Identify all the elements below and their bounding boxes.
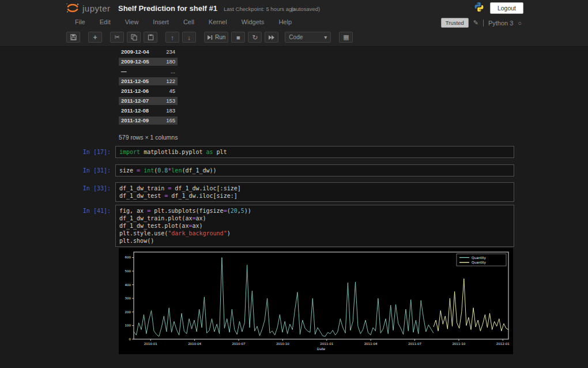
code-token: df_1_dw_train — [119, 185, 168, 191]
kernel-idle-icon: ○ — [518, 20, 522, 27]
code-token: df_1_dw.iloc[size:] — [171, 193, 237, 199]
svg-text:2010-04: 2010-04 — [188, 342, 201, 346]
table-cell-value: 234 — [166, 48, 175, 56]
table-cell-value: 183 — [166, 107, 175, 115]
stop-icon: ■ — [236, 34, 240, 41]
code-token: plt.show() — [119, 238, 154, 244]
code-input[interactable]: size = int(0.8*len(df_1_dw)) — [115, 164, 514, 177]
svg-text:2010-01: 2010-01 — [144, 342, 157, 346]
scissors-icon: ✂ — [114, 33, 119, 41]
menu-kernel[interactable]: Kernel — [209, 18, 227, 25]
cell-type-select[interactable]: Code ▾ — [285, 32, 331, 43]
figure-svg: 01002003004005006002010-012010-042010-07… — [119, 248, 513, 354]
stop-button[interactable]: ■ — [231, 32, 245, 43]
logout-button[interactable]: Logout — [490, 2, 523, 14]
svg-text:2011-01: 2011-01 — [320, 342, 333, 346]
svg-text:100: 100 — [125, 324, 131, 327]
svg-text:2011-10: 2011-10 — [452, 342, 465, 346]
table-row: 2011-12-08183 — [119, 107, 178, 115]
code-token: df_1_dw_train.plot(ax — [119, 215, 192, 221]
table-summary: 579 rows × 1 columns — [119, 134, 178, 141]
table-cell-date: 2011-12-06 — [121, 87, 149, 95]
code-token: plt.subplots(figsize — [154, 208, 223, 214]
code-token: fig, ax — [119, 208, 147, 214]
keyboard-icon: ▦ — [343, 33, 349, 41]
move-cell-down-button[interactable]: ↓ — [182, 32, 196, 43]
svg-text:600: 600 — [125, 256, 131, 259]
svg-text:2010-10: 2010-10 — [276, 342, 289, 346]
code-line: fig, ax = plt.subplots(figsize=(20,5)) — [119, 207, 510, 215]
code-line: df_1_dw_train = df_1_dw.iloc[:size] — [119, 185, 510, 192]
command-palette-button[interactable]: ▦ — [339, 32, 353, 43]
menu-widgets[interactable]: Widgets — [242, 18, 265, 25]
menu-help[interactable]: Help — [278, 18, 292, 25]
add-cell-button[interactable]: + — [88, 32, 102, 43]
plus-icon: + — [93, 33, 97, 42]
kernel-name: Python 3 — [488, 20, 513, 27]
table-cell-date: 2011-12-05 — [121, 77, 149, 85]
table-cell-value: 153 — [166, 97, 175, 105]
table-row: 2011-12-09165 — [119, 117, 178, 125]
code-token: matplotlib.pyplot — [140, 149, 206, 155]
menu-edit[interactable]: Edit — [100, 18, 111, 25]
code-token: "dark_background" — [168, 230, 227, 236]
jupyter-logo-icon — [65, 2, 80, 14]
table-cell-value: 122 — [166, 77, 175, 85]
toolbar: + ✂ ↑ ↓ Run ■ ↻ — [66, 32, 353, 43]
save-button[interactable] — [66, 32, 80, 43]
code-token: )) — [244, 208, 251, 214]
svg-text:2010-07: 2010-07 — [232, 342, 246, 346]
code-input[interactable]: import matplotlib.pyplot as plt — [115, 146, 514, 158]
save-icon — [70, 34, 77, 40]
svg-text:500: 500 — [125, 269, 131, 273]
code-input[interactable]: fig, ax = plt.subplots(figsize=(20,5))df… — [115, 205, 514, 247]
svg-text:2012-01: 2012-01 — [496, 342, 510, 346]
copy-cell-button[interactable] — [127, 32, 141, 43]
code-token: int — [144, 167, 154, 174]
menu-cell[interactable]: Cell — [183, 18, 194, 25]
menu-file[interactable]: File — [75, 18, 85, 25]
jupyter-logo[interactable]: jupyter — [65, 2, 111, 14]
menubar-right: Trusted ✎ Python 3 ○ — [441, 18, 522, 28]
arrow-down-icon: ↓ — [187, 34, 191, 41]
table-row: —... — [119, 67, 178, 76]
code-token: len — [171, 167, 182, 174]
refresh-icon: ↻ — [252, 33, 258, 42]
paste-icon — [148, 34, 154, 40]
code-token: = — [137, 167, 144, 174]
code-token: size — [119, 167, 137, 174]
run-icon — [207, 35, 213, 40]
table-cell-date: 2009-12-05 — [121, 58, 149, 66]
input-prompt: In [31]: — [58, 164, 115, 177]
table-row: 2011-12-05122 — [119, 77, 178, 85]
checkpoint-status: Last Checkpoint: 5 hours ago — [224, 6, 295, 12]
code-token: plt.style.use( — [119, 230, 168, 236]
notebook-area: 2009-12-042342009-12-05180—...2011-12-05… — [0, 47, 588, 368]
jupyter-chrome: jupyter Shelf Prediction for shelf #1 La… — [0, 0, 588, 47]
menu-insert[interactable]: Insert — [153, 18, 169, 25]
code-line: df_1_dw_train.plot(ax=ax) — [119, 215, 510, 222]
table-cell-value: 45 — [169, 87, 175, 95]
run-button[interactable]: Run — [204, 32, 228, 43]
svg-text:2011-04: 2011-04 — [364, 342, 378, 346]
restart-run-all-button[interactable] — [265, 32, 278, 43]
code-token: as — [206, 149, 213, 155]
svg-text:200: 200 — [125, 310, 131, 314]
restart-kernel-button[interactable]: ↻ — [248, 32, 262, 43]
notebook-title[interactable]: Shelf Prediction for shelf #1 — [118, 4, 217, 13]
code-cell: In [33]: df_1_dw_train = df_1_dw.iloc[:s… — [58, 182, 514, 202]
pencil-icon: ✎ — [473, 19, 478, 27]
code-token: (df_1_dw)) — [182, 167, 216, 174]
code-line: size = int(0.8*len(df_1_dw)) — [119, 167, 510, 174]
run-button-label: Run — [215, 34, 225, 40]
table-row: 2009-12-04234 — [119, 48, 178, 56]
cut-cell-button[interactable]: ✂ — [110, 32, 124, 43]
paste-cell-button[interactable] — [144, 32, 157, 43]
code-input[interactable]: df_1_dw_train = df_1_dw.iloc[:size]df_1_… — [115, 182, 514, 202]
input-prompt: In [41]: — [58, 205, 115, 247]
code-token: import — [119, 149, 140, 155]
menu-view[interactable]: View — [125, 18, 139, 25]
code-token: = — [164, 193, 171, 199]
svg-text:300: 300 — [125, 296, 131, 300]
move-cell-up-button[interactable]: ↑ — [165, 32, 179, 43]
